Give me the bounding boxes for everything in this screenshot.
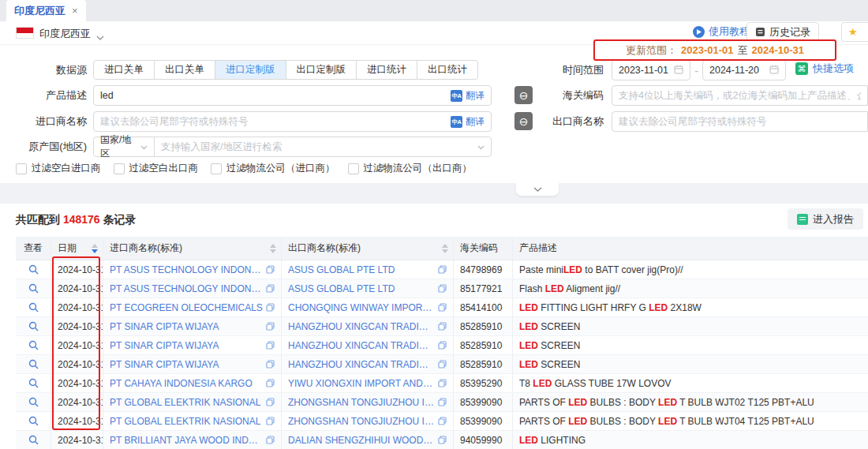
copy-icon[interactable]	[438, 436, 447, 444]
exporter-cell: HANGZHOU XINGCAN TRADING CO LTD	[282, 336, 454, 354]
table-row: 2024-10-31PT CAHAYA INDONESIA KARGOYIWU …	[16, 374, 868, 393]
col-header-exporter[interactable]: 出口商名称(标准)	[282, 237, 454, 260]
checkbox-icon[interactable]	[114, 163, 125, 174]
exporter-link[interactable]: HANGZHOU XINGCAN TRADING CO LTD	[288, 340, 435, 351]
hscode-cell: 85414100	[454, 298, 513, 316]
importer-link[interactable]: PT ECOGREEN OLEOCHEMICALS	[110, 302, 263, 313]
exporter-cell: YIWU XIONGXIN IMPORT AND EXPORT...	[282, 374, 454, 392]
calendar-icon	[769, 65, 779, 77]
view-record-button[interactable]	[28, 435, 39, 445]
translate-button[interactable]: 中A 翻译	[451, 89, 485, 103]
checkbox-filter-logistics-exporter[interactable]: 过滤物流公司（出口商）	[348, 162, 473, 175]
view-record-button[interactable]	[28, 397, 39, 407]
tab-indonesia[interactable]: 印度尼西亚 ×	[6, 0, 86, 21]
exporter-link[interactable]: ASUS GLOBAL PTE LTD	[288, 283, 435, 294]
translate-button[interactable]: 中A 翻译	[451, 115, 485, 129]
sort-control[interactable]	[270, 244, 276, 253]
exporter-link[interactable]: YIWU XIONGXIN IMPORT AND EXPORT...	[288, 378, 435, 389]
copy-icon[interactable]	[438, 265, 447, 274]
table-row: 2024-10-31PT SINAR CIPTA WIJAYAHANGZHOU …	[16, 317, 868, 336]
sort-control[interactable]	[92, 244, 98, 253]
copy-icon[interactable]	[266, 265, 275, 274]
checkbox-icon[interactable]	[348, 163, 359, 174]
tab-import-custom[interactable]: 进口定制版	[215, 60, 286, 80]
tutorial-link[interactable]: 使用教程	[693, 24, 750, 39]
collapse-form-handle[interactable]	[516, 183, 559, 196]
tab-import-statistics[interactable]: 进口统计	[356, 60, 417, 80]
origin-type-select[interactable]: 国家/地区	[93, 137, 155, 157]
exporter-link[interactable]: ZHONGSHAN TONGJIUZHOU INTERNA...	[288, 416, 435, 427]
exporter-link[interactable]: ASUS GLOBAL PTE LTD	[288, 264, 435, 275]
sort-control[interactable]	[442, 244, 448, 253]
favorite-button[interactable]: ★	[841, 22, 868, 42]
tab-import-declaration[interactable]: 进口关单	[93, 60, 155, 80]
exporter-link[interactable]: HANGZHOU XINGCAN TRADING CO LTD	[288, 359, 435, 370]
checkbox-icon[interactable]	[16, 163, 27, 174]
checkbox-icon[interactable]	[211, 163, 222, 174]
copy-icon[interactable]	[438, 341, 447, 350]
chevron-down-icon[interactable]	[96, 30, 104, 44]
view-record-button[interactable]	[28, 302, 39, 312]
exporter-link[interactable]: DALIAN SHENGZHIHUI WOOD INDUST...	[288, 435, 435, 446]
view-record-button[interactable]	[28, 378, 39, 388]
view-record-button[interactable]	[28, 283, 39, 294]
copy-icon[interactable]	[266, 417, 275, 425]
tab-export-statistics[interactable]: 出口统计	[417, 60, 478, 80]
hscode-input[interactable]	[619, 90, 861, 101]
origin-search-select[interactable]: 支持输入国家/地区进行检索	[154, 137, 492, 157]
date-to-input[interactable]: 2024-11-20	[702, 60, 786, 80]
product-desc-cell: Paste miniLED to BATT cover jig(Pro)//	[513, 260, 868, 279]
tab-export-declaration[interactable]: 出口关单	[154, 60, 215, 80]
checkbox-filter-blank-exporter[interactable]: 过滤空白出口商	[114, 162, 199, 175]
importer-link[interactable]: PT SINAR CIPTA WIJAYA	[110, 321, 263, 332]
product-desc-input[interactable]: led 中A 翻译	[93, 85, 492, 106]
enter-report-button[interactable]: 进入报告	[788, 208, 863, 230]
table-row: 2024-10-31PT ECOGREEN OLEOCHEMICALSCHONG…	[16, 298, 868, 317]
view-record-button[interactable]	[28, 264, 39, 275]
quick-options-link[interactable]: ⌘ 快捷选项	[795, 62, 854, 76]
importer-link[interactable]: PT SINAR CIPTA WIJAYA	[110, 359, 263, 370]
copy-icon[interactable]	[266, 360, 275, 369]
product-desc-label: 产品描述	[8, 88, 87, 103]
magnifier-icon	[28, 264, 39, 275]
copy-icon[interactable]	[266, 303, 275, 312]
tab-export-custom[interactable]: 出口定制版	[286, 60, 357, 80]
copy-icon[interactable]	[266, 379, 275, 387]
copy-icon[interactable]	[438, 303, 447, 312]
checkbox-filter-logistics-importer[interactable]: 过滤物流公司（进口商）	[211, 162, 335, 175]
copy-icon[interactable]	[438, 360, 447, 369]
copy-icon[interactable]	[438, 379, 447, 387]
view-record-button[interactable]	[28, 321, 39, 331]
tutorial-icon	[693, 26, 705, 38]
importer-link[interactable]: PT ASUS TECHNOLOGY INDONESIA BA...	[110, 264, 263, 275]
copy-icon[interactable]	[266, 341, 275, 350]
exporter-input[interactable]	[619, 116, 861, 127]
copy-icon[interactable]	[266, 322, 275, 331]
copy-icon[interactable]	[438, 322, 447, 331]
col-header-date[interactable]: 日期	[51, 237, 103, 260]
importer-input[interactable]	[100, 116, 432, 127]
exporter-link[interactable]: HANGZHOU XINGCAN TRADING CO LTD	[288, 321, 435, 332]
importer-link[interactable]: PT ASUS TECHNOLOGY INDONESIA BA...	[110, 283, 263, 294]
exporter-link[interactable]: CHONGQING WINWAY IMPORT AND E...	[288, 302, 435, 313]
view-record-button[interactable]	[28, 359, 39, 369]
view-record-button[interactable]	[28, 416, 39, 426]
importer-link[interactable]: PT SINAR CIPTA WIJAYA	[110, 340, 263, 351]
col-header-importer[interactable]: 进口商名称(标准)	[103, 237, 282, 260]
exporter-link[interactable]: ZHONGSHAN TONGJIUZHOU INTERNA...	[288, 397, 435, 408]
copy-icon[interactable]	[266, 398, 275, 406]
history-button[interactable]: 历史记录	[746, 22, 819, 42]
copy-icon[interactable]	[438, 398, 447, 406]
importer-link[interactable]: PT GLOBAL ELEKTRIK NASIONAL	[110, 416, 263, 427]
checkbox-filter-blank-importer[interactable]: 过滤空白进口商	[16, 162, 101, 175]
copy-icon[interactable]	[438, 284, 447, 293]
close-icon[interactable]: ×	[72, 5, 78, 17]
importer-link[interactable]: PT GLOBAL ELEKTRIK NASIONAL	[110, 397, 263, 408]
view-record-button[interactable]	[28, 340, 39, 350]
copy-icon[interactable]	[266, 436, 275, 444]
importer-link[interactable]: PT BRILLIANT JAYA WOOD INDUSTRY	[110, 435, 263, 446]
importer-link[interactable]: PT CAHAYA INDONESIA KARGO	[110, 378, 263, 389]
date-from-input[interactable]: 2023-11-01	[612, 60, 690, 80]
copy-icon[interactable]	[266, 284, 275, 293]
copy-icon[interactable]	[438, 417, 447, 425]
